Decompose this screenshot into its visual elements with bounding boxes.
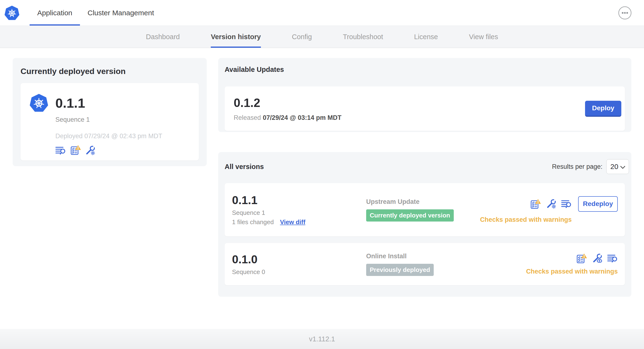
subnav-item-view-files[interactable]: View files [469,26,498,48]
status-badge: Currently deployed version [366,209,454,222]
app-subnav: Dashboard Version history Config Trouble… [0,26,644,48]
preflight-warning-icon[interactable] [530,198,541,209]
all-versions-card: All versions Results per page: 20 0.1.1 … [218,152,631,297]
subnav-item-version-history[interactable]: Version history [211,26,261,48]
subnav-label: License [414,33,438,41]
results-per-page-label: Results per page: [552,163,602,170]
status-badge: Previously deployed [366,264,434,276]
row-version-number: 0.1.1 [232,194,366,207]
row-sequence: Sequence 1 [232,209,366,216]
release-notes-icon[interactable] [561,199,572,209]
currently-deployed-card: Currently deployed version 0.1.1 Sequenc… [13,58,207,166]
tab-cluster-management-label: Cluster Management [88,9,154,17]
deploy-button[interactable]: Deploy [585,101,621,117]
kubernetes-logo [4,5,20,21]
update-version-number: 0.1.2 [234,96,342,110]
config-eye-icon[interactable] [592,254,602,263]
config-gear-icon[interactable] [86,146,95,155]
tab-cluster-management[interactable]: Cluster Management [80,0,162,26]
subnav-label: Troubleshoot [343,33,383,41]
subnav-item-config[interactable]: Config [292,26,312,48]
version-row: 0.1.1 Sequence 1 1 files changed View di… [224,183,625,236]
left-column: Currently deployed version 0.1.1 Sequenc… [13,58,207,166]
tab-application[interactable]: Application [30,0,80,26]
current-version-panel: 0.1.1 Sequence 1 Deployed 07/29/24 @ 02:… [20,83,199,160]
tab-application-label: Application [37,9,72,17]
subnav-label: View files [469,33,498,41]
page-footer: v1.112.1 [0,329,644,349]
current-version-deployed-timestamp: Deployed 07/29/24 @ 02:43 pm MDT [56,132,190,140]
chevron-down-icon [620,162,626,171]
results-per-page: Results per page: 20 [552,159,629,174]
row-version-number: 0.1.0 [232,253,366,266]
available-updates-card: Available Updates 0.1.2 Released07/29/24… [218,58,631,132]
all-versions-title: All versions [224,163,264,171]
current-version-sequence: Sequence 1 [56,116,190,124]
available-updates-title: Available Updates [224,66,625,74]
available-update-info: 0.1.2 Released07/29/24 @ 03:14 pm MDT [234,96,342,122]
subnav-item-troubleshoot[interactable]: Troubleshoot [343,26,383,48]
header-tabs: Application Cluster Management [30,0,162,26]
currently-deployed-title: Currently deployed version [20,66,199,76]
preflight-status-link[interactable]: Checks passed with warnings [526,268,618,275]
version-source-label: Upstream Update [366,198,480,206]
subnav-label: Config [292,33,312,41]
release-notes-icon[interactable] [607,254,618,263]
update-released-timestamp: Released07/29/24 @ 03:14 pm MDT [234,114,342,122]
current-version-number: 0.1.1 [56,95,85,111]
released-date: 07/29/24 @ 03:14 pm MDT [263,114,341,121]
app-kubernetes-logo [29,93,49,113]
released-prefix: Released [234,114,261,121]
right-column: Available Updates 0.1.2 Released07/29/24… [218,58,631,297]
subnav-label: Dashboard [146,33,180,41]
version-row: 0.1.0 Sequence 0 Online Install Previous… [224,243,625,285]
release-notes-icon[interactable] [56,146,66,155]
files-changed-label: 1 files changed [232,218,274,226]
config-gear-icon[interactable] [546,199,556,209]
version-source-label: Online Install [366,252,526,260]
results-per-page-select[interactable]: 20 [606,159,629,174]
results-per-page-value: 20 [610,162,618,171]
subnav-item-license[interactable]: License [414,26,438,48]
console-version: v1.112.1 [309,335,335,343]
preflight-warning-icon[interactable] [576,253,587,264]
redeploy-button[interactable]: Redeploy [578,196,618,212]
preflight-status-link[interactable]: Checks passed with warnings [480,216,572,224]
more-menu-button[interactable] [618,6,632,20]
row-sequence: Sequence 0 [232,268,366,276]
ellipsis-icon [618,17,632,20]
preflight-warning-icon[interactable] [70,145,81,155]
available-update-row: 0.1.2 Released07/29/24 @ 03:14 pm MDT De… [224,86,625,131]
subnav-label: Version history [211,33,261,41]
view-diff-link[interactable]: View diff [280,218,305,226]
subnav-item-dashboard[interactable]: Dashboard [146,26,180,48]
top-header: Application Cluster Management [0,0,644,26]
main-content: Currently deployed version 0.1.1 Sequenc… [0,48,644,329]
